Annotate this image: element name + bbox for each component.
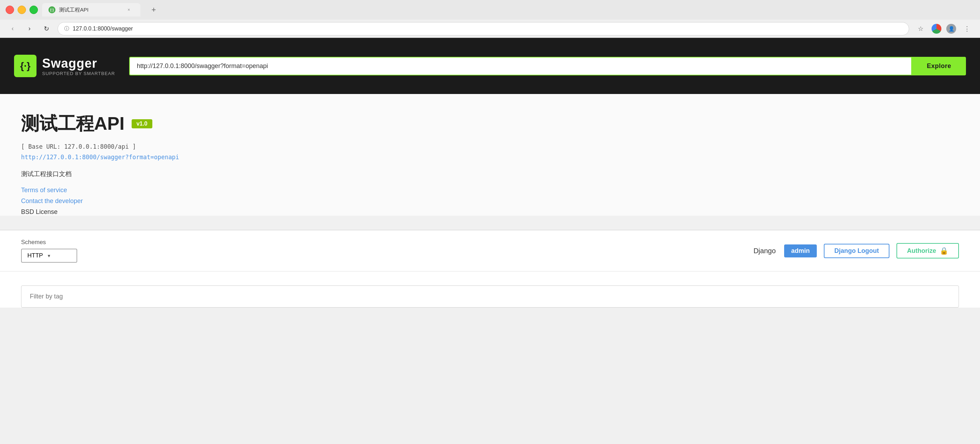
api-title-row: 测试工程API v1.0 <box>21 111 959 136</box>
terms-of-service-link[interactable]: Terms of service <box>21 187 959 194</box>
reload-button[interactable]: ↻ <box>41 23 52 34</box>
chevron-down-icon: ▾ <box>48 253 50 258</box>
api-description: 测试工程接口文档 <box>21 170 959 178</box>
tab-title: 测试工程API <box>59 7 122 13</box>
close-button[interactable] <box>6 6 14 14</box>
chrome-profile-icon[interactable] <box>932 24 942 34</box>
explore-button[interactable]: Explore <box>912 57 966 75</box>
tab-close-button[interactable]: × <box>126 7 132 13</box>
swagger-brand-name: Swagger <box>42 56 115 71</box>
toolbar-right: ☆ 👤 ⋮ <box>915 23 973 35</box>
contact-developer-link[interactable]: Contact the developer <box>21 197 959 205</box>
bookmark-star-icon[interactable]: ☆ <box>915 23 927 35</box>
api-base-url: [ Base URL: 127.0.0.1:8000/api ] <box>21 143 959 150</box>
traffic-lights <box>6 6 38 14</box>
swagger-brand-sub: Supported by SMARTBEAR <box>42 71 115 76</box>
browser-address-bar: ‹ › ↻ ⓘ 127.0.0.1:8000/swagger ☆ 👤 ⋮ <box>0 20 980 38</box>
swagger-logo: {·} Swagger Supported by SMARTBEAR <box>14 55 115 77</box>
address-text: 127.0.0.1:8000/swagger <box>73 25 902 32</box>
new-tab-button[interactable]: + <box>148 3 160 16</box>
back-button[interactable]: ‹ <box>7 23 18 34</box>
active-tab[interactable]: {·} 测试工程API × <box>42 3 140 16</box>
swagger-url-input[interactable] <box>129 57 912 75</box>
more-options-icon[interactable]: ⋮ <box>961 23 973 35</box>
user-profile-icon[interactable]: 👤 <box>946 24 956 34</box>
schemes-bar: Schemes HTTP ▾ Django admin Django Logou… <box>0 230 980 271</box>
forward-button[interactable]: › <box>24 23 35 34</box>
django-logout-button[interactable]: Django Logout <box>824 244 889 258</box>
schemes-label: Schemes <box>21 239 77 246</box>
schemes-selected-value: HTTP <box>27 252 43 259</box>
tab-favicon: {·} <box>48 6 56 13</box>
api-version-badge: v1.0 <box>132 119 152 128</box>
swagger-main: 测试工程API v1.0 [ Base URL: 127.0.0.1:8000/… <box>0 94 980 216</box>
browser-chrome: {·} 测试工程API × + ‹ › ↻ ⓘ 127.0.0.1:8000/s… <box>0 0 980 38</box>
address-bar[interactable]: ⓘ 127.0.0.1:8000/swagger <box>57 22 909 35</box>
api-title: 测试工程API <box>21 111 125 136</box>
authorize-button[interactable]: Authorize 🔒 <box>896 243 959 258</box>
schemes-dropdown[interactable]: HTTP ▾ <box>21 249 77 263</box>
swagger-logo-icon: {·} <box>14 55 37 77</box>
authorize-button-label: Authorize <box>907 247 936 255</box>
api-openapi-link[interactable]: http://127.0.0.1:8000/swagger?format=ope… <box>21 154 959 161</box>
schemes-right: Django admin Django Logout Authorize 🔒 <box>754 243 959 258</box>
filter-input[interactable] <box>30 293 950 300</box>
browser-titlebar: {·} 测试工程API × + <box>0 0 980 20</box>
minimize-button[interactable] <box>18 6 26 14</box>
lock-icon: 🔒 <box>940 247 948 255</box>
django-label: Django <box>754 247 776 255</box>
django-admin-badge: admin <box>784 244 817 257</box>
filter-bar-wrap <box>0 271 980 308</box>
schemes-section: Schemes HTTP ▾ <box>21 239 77 263</box>
swagger-header: {·} Swagger Supported by SMARTBEAR Explo… <box>0 38 980 94</box>
filter-bar <box>21 285 959 308</box>
logo-symbol: {·} <box>20 60 30 71</box>
api-license: BSD License <box>21 208 959 216</box>
maximize-button[interactable] <box>30 6 38 14</box>
swagger-brand: Swagger Supported by SMARTBEAR <box>42 56 115 76</box>
security-icon: ⓘ <box>64 25 69 32</box>
swagger-url-bar: Explore <box>129 57 966 75</box>
